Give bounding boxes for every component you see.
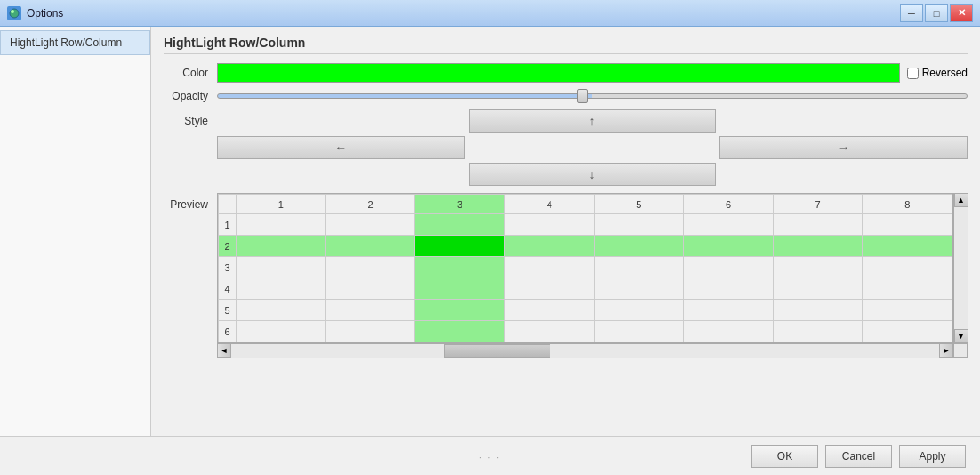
cell-4-8 <box>863 278 952 300</box>
cell-6-2 <box>325 321 415 342</box>
ok-button[interactable]: OK <box>751 445 818 468</box>
cell-1-6 <box>684 214 774 236</box>
preview-table-container: 1 2 3 4 5 6 7 8 <box>217 193 953 343</box>
cell-3-5 <box>594 257 684 278</box>
app-icon <box>7 6 21 20</box>
style-label: Style <box>164 109 217 127</box>
preview-label: Preview <box>164 193 217 211</box>
col-header-8: 8 <box>863 195 952 214</box>
arrow-left-button[interactable]: ← <box>217 136 465 159</box>
window-title: Options <box>27 7 63 20</box>
cell-5-2 <box>325 300 415 321</box>
close-button[interactable]: ✕ <box>950 4 973 22</box>
table-row: 5 <box>219 300 952 321</box>
bottom-bar: · · · OK Cancel Apply <box>0 436 980 475</box>
col-header-5: 5 <box>594 195 684 214</box>
scroll-left-button[interactable]: ◄ <box>217 343 231 358</box>
cell-4-4 <box>504 278 594 300</box>
cell-4-7 <box>773 278 863 300</box>
row-header-3: 3 <box>219 257 237 278</box>
scroll-down-button[interactable]: ▼ <box>954 329 968 343</box>
h-scroll-track[interactable] <box>231 343 939 358</box>
minimize-button[interactable]: ─ <box>900 4 923 22</box>
col-header-7: 7 <box>773 195 863 214</box>
maximize-button[interactable]: □ <box>925 4 948 22</box>
cell-3-2 <box>325 257 415 278</box>
cell-3-1 <box>237 257 326 278</box>
cell-4-3 <box>415 278 505 300</box>
table-row: 2 <box>219 236 952 257</box>
title-bar-left: Options <box>7 6 63 20</box>
cell-5-4 <box>504 300 594 321</box>
cell-6-1 <box>237 321 326 342</box>
cell-4-1 <box>237 278 326 300</box>
cell-5-7 <box>773 300 863 321</box>
row-header-1: 1 <box>219 214 237 236</box>
cell-5-5 <box>594 300 684 321</box>
cell-6-7 <box>773 321 863 342</box>
scroll-right-button[interactable]: ► <box>939 343 953 358</box>
row-header-2: 2 <box>219 236 237 257</box>
row-header-4: 4 <box>219 278 237 300</box>
cell-1-4 <box>504 214 594 236</box>
window-controls[interactable]: ─ □ ✕ <box>900 4 973 22</box>
color-bar[interactable] <box>217 63 900 83</box>
sidebar: HightLight Row/Column <box>0 27 151 436</box>
table-row: 3 <box>219 257 952 278</box>
v-scroll-track[interactable] <box>955 207 968 329</box>
content-area: HightLight Row/Column HightLight Row/Col… <box>0 27 980 436</box>
svg-point-1 <box>11 10 14 13</box>
preview-grid-wrapper: 1 2 3 4 5 6 7 8 <box>217 193 968 358</box>
row-header-5: 5 <box>219 300 237 321</box>
cell-1-2 <box>325 214 415 236</box>
horizontal-scrollbar[interactable]: ◄ ► <box>217 343 968 358</box>
reversed-checkbox[interactable] <box>907 68 919 79</box>
cell-2-8 <box>863 236 952 257</box>
cell-3-3 <box>415 257 505 278</box>
reversed-label: Reversed <box>922 67 968 79</box>
scroll-corner <box>953 343 968 358</box>
grid-scroll-area: 1 2 3 4 5 6 7 8 <box>217 193 968 343</box>
scroll-up-button[interactable]: ▲ <box>954 193 968 207</box>
cancel-button[interactable]: Cancel <box>825 445 892 468</box>
resize-grip: · · · <box>479 453 501 463</box>
table-header-row: 1 2 3 4 5 6 7 8 <box>219 195 952 214</box>
col-header-1: 1 <box>237 195 326 214</box>
sidebar-item-highlight-row-column[interactable]: HightLight Row/Column <box>0 30 150 55</box>
col-header-2: 2 <box>325 195 415 214</box>
cell-1-5 <box>594 214 684 236</box>
cell-6-4 <box>504 321 594 342</box>
title-bar: Options ─ □ ✕ <box>0 0 980 27</box>
cell-1-3 <box>415 214 505 236</box>
cell-6-3 <box>415 321 505 342</box>
cell-1-8 <box>863 214 952 236</box>
apply-button[interactable]: Apply <box>899 445 966 468</box>
cell-2-3 <box>415 236 505 257</box>
row-header-6: 6 <box>219 321 237 342</box>
arrow-right-button[interactable]: → <box>719 136 968 159</box>
style-section: Style ↑ ← → <box>164 109 968 186</box>
cell-3-6 <box>684 257 774 278</box>
cell-1-7 <box>773 214 863 236</box>
table-row: 1 <box>219 214 952 236</box>
panel-title: HightLight Row/Column <box>164 36 968 54</box>
svg-point-0 <box>10 9 19 18</box>
opacity-slider-thumb[interactable] <box>577 89 588 103</box>
cell-3-7 <box>773 257 863 278</box>
cell-2-5 <box>594 236 684 257</box>
color-label: Color <box>164 67 217 79</box>
col-header-4: 4 <box>504 195 594 214</box>
h-scroll-thumb[interactable] <box>444 344 550 358</box>
col-header-6: 6 <box>684 195 774 214</box>
opacity-row: Opacity <box>164 90 968 102</box>
cell-4-6 <box>684 278 774 300</box>
cell-1-1 <box>237 214 326 236</box>
arrow-down-button[interactable]: ↓ <box>469 163 717 186</box>
table-row: 6 <box>219 321 952 342</box>
reversed-container: Reversed <box>907 67 968 79</box>
cell-5-6 <box>684 300 774 321</box>
opacity-slider-track[interactable] <box>217 93 968 99</box>
window-body: HightLight Row/Column HightLight Row/Col… <box>0 27 980 475</box>
arrow-up-button[interactable]: ↑ <box>469 109 717 133</box>
vertical-scrollbar[interactable]: ▲ ▼ <box>953 193 968 343</box>
